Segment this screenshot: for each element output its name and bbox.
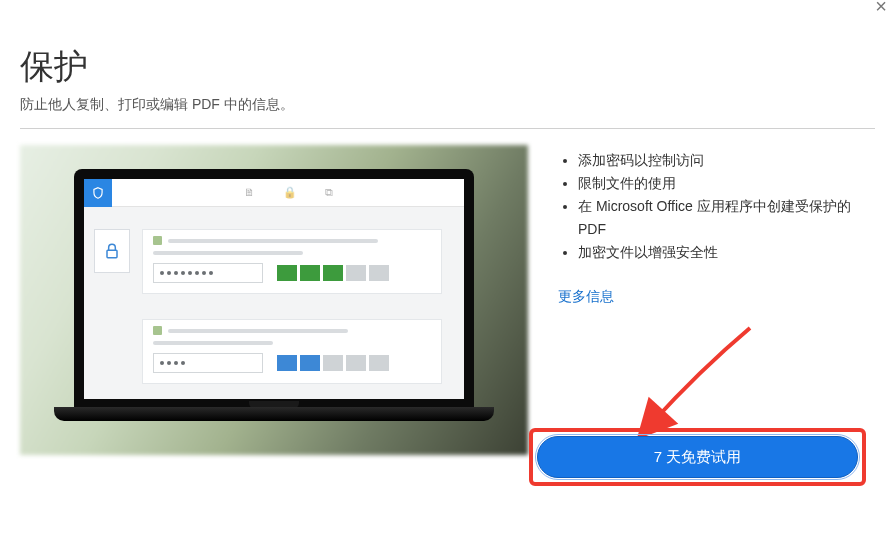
feature-list: 添加密码以控制访问 限制文件的使用 在 Microsoft Office 应用程…: [558, 149, 875, 264]
shield-icon: [84, 179, 112, 207]
feature-item: 在 Microsoft Office 应用程序中创建受保护的 PDF: [578, 195, 875, 241]
laptop-graphic: 🗎 🔒 ⧉: [54, 169, 494, 459]
close-icon[interactable]: ×: [875, 0, 887, 16]
free-trial-button[interactable]: 7 天免费试用: [537, 436, 858, 478]
feature-item: 添加密码以控制访问: [578, 149, 875, 172]
strength-meter-2: [277, 355, 389, 371]
svg-rect-0: [107, 250, 117, 257]
more-info-link[interactable]: 更多信息: [558, 288, 614, 306]
feature-item: 限制文件的使用: [578, 172, 875, 195]
header: 保护 防止他人复制、打印或编辑 PDF 中的信息。: [0, 0, 895, 128]
lock-small-icon: 🔒: [283, 186, 297, 199]
free-trial-label: 7 天免费试用: [654, 448, 742, 467]
trial-highlight-box: 7 天免费试用: [529, 428, 866, 486]
password-card-2: [142, 319, 442, 384]
password-field-1: [153, 263, 263, 283]
protect-illustration: 🗎 🔒 ⧉: [20, 145, 528, 455]
strength-meter-1: [277, 265, 389, 281]
lock-icon: [94, 229, 130, 273]
password-field-2: [153, 353, 263, 373]
page-title: 保护: [20, 44, 875, 90]
document-icon: 🗎: [244, 186, 255, 199]
password-card-1: [142, 229, 442, 294]
page-subtitle: 防止他人复制、打印或编辑 PDF 中的信息。: [20, 96, 875, 114]
feature-item: 加密文件以增强安全性: [578, 241, 875, 264]
certificate-icon: ⧉: [325, 186, 333, 199]
